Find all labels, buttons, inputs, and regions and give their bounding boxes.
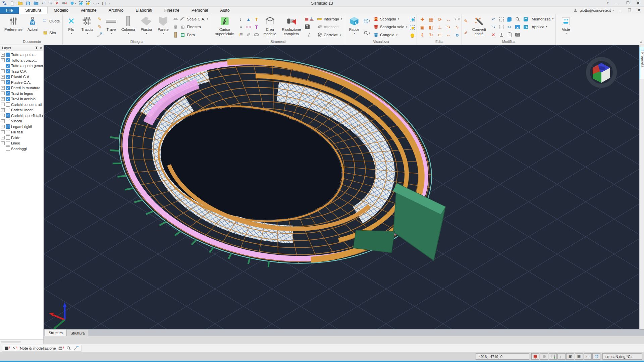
layer-item[interactable]: +✓Travi in acciaio [1, 96, 43, 102]
flatten-icon[interactable]: ⊥ [436, 23, 444, 31]
expander-icon[interactable]: + [1, 108, 5, 112]
congela-button[interactable]: Congela▾ [372, 32, 408, 39]
window-layout-button[interactable]: ▭▾ [93, 1, 99, 5]
mesh-icon[interactable]: ▦ [305, 17, 309, 21]
applica-button[interactable]: Applica▾ [531, 23, 554, 30]
expander-icon[interactable]: + [1, 125, 5, 128]
attaccati-button[interactable]: Attaccati [316, 23, 343, 31]
expander-icon[interactable]: + [1, 97, 5, 101]
support-tee-icon[interactable]: T [253, 15, 261, 23]
text-tool-icon[interactable]: T [305, 24, 310, 29]
constraint-cone-icon[interactable]: ▲ [245, 15, 253, 23]
scale-icon[interactable]: ⇕ [418, 31, 426, 39]
layer-item[interactable]: +✓Travi in legno [1, 91, 43, 97]
expander-icon[interactable]: + [1, 58, 5, 62]
model-alert-icon[interactable]: ! [5, 346, 10, 350]
copy-pages-icon[interactable] [505, 15, 514, 23]
layer-item[interactable]: Sondaggi [1, 146, 43, 152]
knife-icon[interactable]: ✐ [245, 31, 253, 39]
ortho-toggle[interactable]: ∟ [557, 353, 566, 360]
expander-icon[interactable]: + [1, 69, 5, 73]
undo-button[interactable]: ↶ [42, 1, 45, 5]
snap-rect-toggle[interactable]: ▣ [566, 353, 574, 360]
layer-panel-hscrollbar[interactable] [0, 339, 43, 344]
risoluzione-completa-button[interactable]: Risoluzione completa [279, 15, 304, 39]
layer-checkbox[interactable]: ✓ [6, 75, 10, 79]
delete-button[interactable]: ✕ [55, 1, 59, 5]
piastra-button[interactable]: Piastra▾ [138, 15, 155, 39]
layer-item[interactable]: +✓Piastre C.A. [1, 80, 43, 85]
tile-windows-button[interactable]: ◫ [102, 1, 106, 5]
highlight-thawed-icon[interactable] [410, 25, 415, 30]
ellipse-icon[interactable] [253, 31, 261, 39]
expander-icon[interactable]: + [1, 136, 5, 139]
layer-checkbox[interactable] [6, 119, 10, 123]
scongela-button[interactable]: Scongela▾ [372, 15, 408, 22]
correlati-button[interactable]: Correlati▾ [316, 32, 343, 39]
zoom-view-icon[interactable]: ▾ [363, 31, 370, 36]
layer-item[interactable]: +✓Travi C.A. [1, 69, 43, 74]
save-button[interactable] [26, 1, 31, 6]
isolate-selection-button[interactable] [86, 1, 90, 5]
layer-checkbox[interactable] [6, 141, 10, 145]
sito-button[interactable]: Sito [42, 29, 60, 37]
expander-icon[interactable]: + [1, 53, 5, 57]
timber-column-icon[interactable] [173, 32, 178, 38]
quote-button[interactable]: Quote [42, 17, 60, 24]
user-account[interactable]: giotto@concrete.it [580, 8, 611, 12]
colonna-button[interactable]: Colonna▾ [119, 15, 137, 39]
pick-alert-icon[interactable]: ↖! [12, 346, 18, 350]
join-nodes-icon[interactable]: o–o [454, 17, 460, 20]
report-alert-icon[interactable]: ▤! [58, 346, 64, 350]
layer-checkbox[interactable]: ✓ [6, 69, 10, 73]
layer-checkbox[interactable]: – [6, 53, 10, 57]
converti-entita-button[interactable]: Converti entità [469, 15, 489, 39]
memorizza-button[interactable]: Memorizza▾ [531, 15, 554, 22]
draw-pencil-icon[interactable]: ✎ [97, 17, 102, 21]
stretch-icon[interactable]: ⇔ [444, 31, 452, 39]
expander-icon[interactable]: + [1, 114, 5, 117]
expander-icon[interactable]: + [1, 141, 5, 145]
layer-item[interactable]: +Fili fissi [1, 129, 43, 135]
box3d-toggle[interactable] [592, 353, 600, 360]
crea-modello-button[interactable]: Crea modello [261, 15, 279, 39]
select-dots-icon[interactable] [497, 23, 505, 31]
tab-file[interactable]: File [0, 7, 19, 14]
layer-item[interactable]: +–Tutto a quota... [1, 52, 43, 58]
redo-edit-icon[interactable]: ↷ [489, 23, 497, 31]
layer-checkbox[interactable] [6, 146, 10, 151]
rotate-icon[interactable]: ↻ [427, 31, 435, 39]
preferenze-button[interactable]: Preferenze [3, 15, 24, 39]
pin-window-button[interactable]: ↥ [603, 0, 612, 6]
chain-icon[interactable]: ∿ [454, 25, 460, 29]
layer-item[interactable]: +Falde [1, 135, 43, 141]
selection-add-toggle[interactable]: + [549, 353, 557, 360]
delete-entity-icon[interactable]: ✕ [489, 31, 497, 39]
scongela-solo-button[interactable]: Scongela solo▾ [372, 23, 408, 31]
tab-verifiche[interactable]: Verifiche [74, 7, 103, 14]
parete-button[interactable]: Parete▾ [155, 15, 171, 39]
layer-item[interactable]: +Vincoli [1, 118, 43, 124]
tab-modello[interactable]: Modello [48, 7, 74, 14]
layer-item[interactable]: +✓Pareti in muratura [1, 85, 43, 91]
layer-checkbox[interactable] [6, 108, 10, 112]
traccia-button[interactable]: Traccia▾ [79, 15, 96, 39]
tooltip-toggle[interactable]: ▭ [584, 353, 592, 360]
expander-icon[interactable]: + [1, 86, 5, 90]
close-panel-icon[interactable]: ✕ [40, 46, 42, 50]
search-icon[interactable] [66, 346, 71, 351]
highlight-frozen-icon[interactable] [410, 17, 415, 21]
dome-icon[interactable] [173, 16, 178, 21]
layer-item[interactable]: +Carichi lineari [1, 107, 43, 113]
layers-toggle[interactable] [531, 353, 539, 360]
node-drop-icon[interactable] [454, 34, 460, 37]
layer-checkbox[interactable]: ✓ [6, 58, 10, 62]
layer-item[interactable]: +✓Carichi superficiali e fori [1, 113, 43, 119]
measure-line-icon[interactable] [97, 32, 102, 38]
doc-tab-struttura-1[interactable]: Struttura [45, 329, 66, 336]
trave-button[interactable]: Trave▾ [104, 15, 118, 39]
expander-icon[interactable]: + [1, 92, 5, 95]
tab-finestre[interactable]: Finestre [158, 7, 185, 14]
redo-button[interactable]: ↷ [48, 1, 52, 5]
carico-superficiale-button[interactable]: Carico superficiale [213, 15, 237, 39]
